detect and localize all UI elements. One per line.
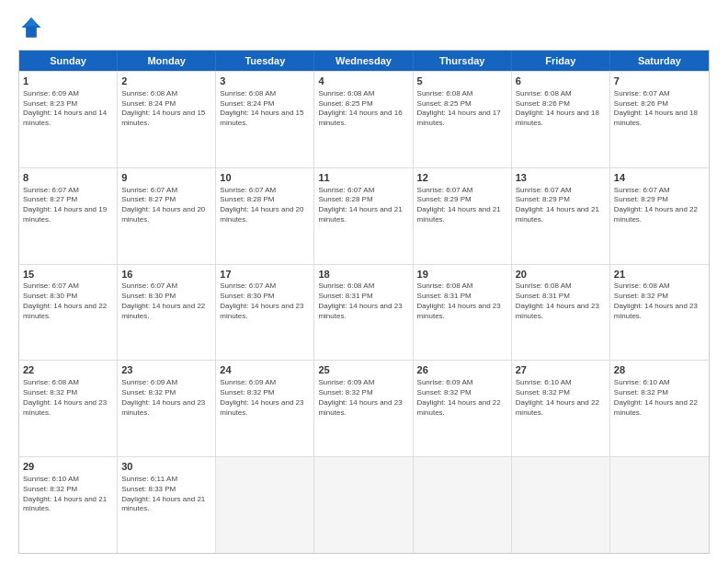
day-cell-25: 25 Sunrise: 6:09 AM Sunset: 8:32 PM Dayl… (314, 361, 413, 456)
day-cell-26: 26 Sunrise: 6:09 AM Sunset: 8:32 PM Dayl… (414, 361, 512, 456)
sunrise-info: Sunrise: 6:09 AM (121, 378, 211, 388)
day-cell-5: 5 Sunrise: 6:08 AM Sunset: 8:25 PM Dayli… (414, 72, 512, 167)
calendar: Sunday Monday Tuesday Wednesday Thursday… (18, 50, 710, 554)
daylight-info: Daylight: 14 hours and 23 minutes. (220, 302, 310, 322)
day-cell-11: 11 Sunrise: 6:07 AM Sunset: 8:28 PM Dayl… (314, 168, 413, 264)
day-cell-27: 27 Sunrise: 6:10 AM Sunset: 8:32 PM Dayl… (512, 361, 610, 456)
daylight-info: Daylight: 14 hours and 17 minutes. (417, 109, 507, 129)
sunset-info: Sunset: 8:26 PM (614, 99, 705, 109)
day-cell-29: 29 Sunrise: 6:10 AM Sunset: 8:32 PM Dayl… (19, 457, 118, 553)
sunset-info: Sunset: 8:24 PM (220, 99, 310, 109)
daylight-info: Daylight: 14 hours and 22 minutes. (614, 398, 705, 419)
day-cell-13: 13 Sunrise: 6:07 AM Sunset: 8:29 PM Dayl… (512, 168, 610, 264)
day-cell-14: 14 Sunrise: 6:07 AM Sunset: 8:29 PM Dayl… (610, 168, 709, 264)
day-cell-4: 4 Sunrise: 6:08 AM Sunset: 8:25 PM Dayli… (314, 72, 413, 167)
day-cell-16: 16 Sunrise: 6:07 AM Sunset: 8:30 PM Dayl… (118, 265, 216, 361)
sunrise-info: Sunrise: 6:08 AM (516, 89, 606, 99)
daylight-info: Daylight: 14 hours and 23 minutes. (417, 302, 507, 322)
empty-cell (216, 457, 314, 553)
week-row-2: 8 Sunrise: 6:07 AM Sunset: 8:27 PM Dayli… (19, 167, 709, 264)
sunset-info: Sunset: 8:26 PM (516, 99, 606, 109)
day-cell-3: 3 Sunrise: 6:08 AM Sunset: 8:24 PM Dayli… (216, 72, 314, 167)
day-cell-2: 2 Sunrise: 6:08 AM Sunset: 8:24 PM Dayli… (118, 72, 216, 167)
sunset-info: Sunset: 8:28 PM (220, 195, 310, 205)
sunset-info: Sunset: 8:32 PM (220, 388, 310, 398)
day-number: 10 (220, 171, 310, 185)
sunrise-info: Sunrise: 6:09 AM (23, 89, 113, 99)
day-number: 12 (417, 171, 507, 185)
day-cell-30: 30 Sunrise: 6:11 AM Sunset: 8:33 PM Dayl… (118, 457, 216, 553)
day-number: 8 (23, 171, 113, 185)
svg-rect-2 (26, 28, 36, 38)
week-row-1: 1 Sunrise: 6:09 AM Sunset: 8:23 PM Dayli… (19, 71, 709, 167)
sunset-info: Sunset: 8:29 PM (614, 195, 705, 205)
sunrise-info: Sunrise: 6:09 AM (318, 378, 408, 388)
day-number: 11 (318, 171, 408, 185)
day-number: 5 (417, 75, 507, 88)
daylight-info: Daylight: 14 hours and 19 minutes. (23, 205, 113, 225)
daylight-info: Daylight: 14 hours and 21 minutes. (23, 495, 113, 515)
daylight-info: Daylight: 14 hours and 14 minutes. (23, 109, 113, 129)
sunrise-info: Sunrise: 6:10 AM (614, 378, 705, 388)
sunrise-info: Sunrise: 6:07 AM (417, 186, 507, 196)
sunset-info: Sunset: 8:32 PM (614, 388, 705, 398)
daylight-info: Daylight: 14 hours and 22 minutes. (121, 302, 211, 322)
daylight-info: Daylight: 14 hours and 23 minutes. (318, 302, 408, 322)
sunset-info: Sunset: 8:31 PM (516, 292, 606, 302)
sunset-info: Sunset: 8:30 PM (220, 292, 310, 302)
sunrise-info: Sunrise: 6:08 AM (417, 89, 507, 99)
day-number: 2 (121, 75, 211, 88)
day-number: 29 (23, 460, 113, 474)
day-number: 3 (220, 75, 310, 88)
sunset-info: Sunset: 8:28 PM (318, 195, 408, 205)
empty-cell (314, 457, 413, 553)
daylight-info: Daylight: 14 hours and 20 minutes. (121, 205, 211, 225)
day-cell-21: 21 Sunrise: 6:08 AM Sunset: 8:32 PM Dayl… (610, 265, 709, 361)
sunset-info: Sunset: 8:32 PM (23, 388, 113, 398)
daylight-info: Daylight: 14 hours and 21 minutes. (516, 205, 606, 225)
day-number: 22 (23, 363, 113, 377)
daylight-info: Daylight: 14 hours and 15 minutes. (220, 109, 310, 129)
sunset-info: Sunset: 8:33 PM (121, 485, 211, 495)
day-number: 28 (614, 363, 705, 377)
day-cell-18: 18 Sunrise: 6:08 AM Sunset: 8:31 PM Dayl… (314, 265, 413, 361)
day-number: 1 (23, 75, 113, 88)
day-number: 6 (516, 75, 606, 88)
sunset-info: Sunset: 8:31 PM (318, 292, 408, 302)
day-number: 4 (318, 75, 408, 88)
sunrise-info: Sunrise: 6:07 AM (318, 186, 408, 196)
daylight-info: Daylight: 14 hours and 23 minutes. (318, 398, 408, 419)
sunset-info: Sunset: 8:32 PM (516, 388, 606, 398)
daylight-info: Daylight: 14 hours and 15 minutes. (121, 109, 211, 129)
day-number: 27 (516, 363, 606, 377)
day-number: 15 (23, 268, 113, 282)
day-cell-6: 6 Sunrise: 6:08 AM Sunset: 8:26 PM Dayli… (512, 72, 610, 167)
sunrise-info: Sunrise: 6:10 AM (516, 378, 606, 388)
day-number: 24 (220, 363, 310, 377)
daylight-info: Daylight: 14 hours and 22 minutes. (516, 398, 606, 419)
daylight-info: Daylight: 14 hours and 21 minutes. (121, 495, 211, 515)
calendar-body: 1 Sunrise: 6:09 AM Sunset: 8:23 PM Dayli… (19, 71, 709, 553)
daylight-info: Daylight: 14 hours and 23 minutes. (614, 302, 705, 322)
sunrise-info: Sunrise: 6:07 AM (614, 186, 705, 196)
day-number: 30 (121, 460, 211, 474)
day-number: 14 (614, 171, 705, 185)
day-cell-24: 24 Sunrise: 6:09 AM Sunset: 8:32 PM Dayl… (216, 361, 314, 456)
sunset-info: Sunset: 8:23 PM (23, 99, 113, 109)
day-cell-9: 9 Sunrise: 6:07 AM Sunset: 8:27 PM Dayli… (118, 168, 216, 264)
day-cell-1: 1 Sunrise: 6:09 AM Sunset: 8:23 PM Dayli… (19, 72, 118, 167)
sunrise-info: Sunrise: 6:07 AM (121, 186, 211, 196)
sunset-info: Sunset: 8:30 PM (121, 292, 211, 302)
day-number: 20 (516, 268, 606, 282)
header-friday: Friday (512, 51, 610, 71)
daylight-info: Daylight: 14 hours and 23 minutes. (516, 302, 606, 322)
day-number: 17 (220, 268, 310, 282)
daylight-info: Daylight: 14 hours and 23 minutes. (220, 398, 310, 419)
sunrise-info: Sunrise: 6:08 AM (23, 378, 113, 388)
day-cell-15: 15 Sunrise: 6:07 AM Sunset: 8:30 PM Dayl… (19, 265, 118, 361)
day-number: 21 (614, 268, 705, 282)
daylight-info: Daylight: 14 hours and 23 minutes. (23, 398, 113, 419)
sunrise-info: Sunrise: 6:08 AM (516, 282, 606, 292)
daylight-info: Daylight: 14 hours and 20 minutes. (220, 205, 310, 225)
sunrise-info: Sunrise: 6:08 AM (220, 89, 310, 99)
